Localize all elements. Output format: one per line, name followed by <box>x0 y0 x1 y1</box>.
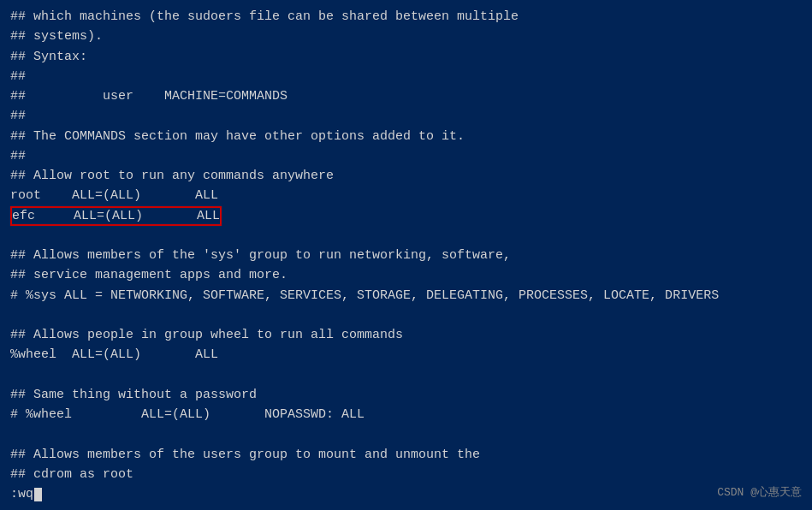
line-14: ## service management apps and more. <box>10 265 802 285</box>
line-22 <box>10 424 802 444</box>
line-20: ## Same thing without a password <box>10 385 802 405</box>
line-18: %wheel ALL=(ALL) ALL <box>10 345 802 365</box>
line-12 <box>10 226 802 246</box>
line-7: ## The COMMANDS section may have other o… <box>10 127 802 146</box>
line-19 <box>10 365 802 385</box>
watermark-text: CSDN @心惠天意 <box>717 484 802 500</box>
line-6: ## <box>10 106 802 126</box>
line-3: ## Syntax: <box>10 47 802 67</box>
line-10: root ALL=(ALL) ALL <box>10 186 802 205</box>
highlighted-efc-line: efc ALL=(ALL) ALL <box>10 206 222 226</box>
line-5: ## user MACHINE=COMMANDS <box>10 86 802 106</box>
line-25: :wq <box>10 484 802 504</box>
terminal-window: ## which machines (the sudoers file can … <box>0 0 812 510</box>
line-8: ## <box>10 146 802 166</box>
line-9: ## Allow root to run any commands anywhe… <box>10 166 802 186</box>
line-17: ## Allows people in group wheel to run a… <box>10 325 802 345</box>
line-23: ## Allows members of the users group to … <box>10 445 802 465</box>
line-2: ## systems). <box>10 27 802 46</box>
line-16 <box>10 305 802 325</box>
line-1: ## which machines (the sudoers file can … <box>10 7 802 27</box>
terminal-cursor <box>34 488 42 501</box>
line-4: ## <box>10 67 802 86</box>
line-13: ## Allows members of the 'sys' group to … <box>10 246 802 265</box>
line-11-highlighted: efc ALL=(ALL) ALL <box>10 206 802 226</box>
line-21: # %wheel ALL=(ALL) NOPASSWD: ALL <box>10 405 802 424</box>
line-15: # %sys ALL = NETWORKING, SOFTWARE, SERVI… <box>10 286 802 305</box>
line-24: ## cdrom as root <box>10 465 802 484</box>
